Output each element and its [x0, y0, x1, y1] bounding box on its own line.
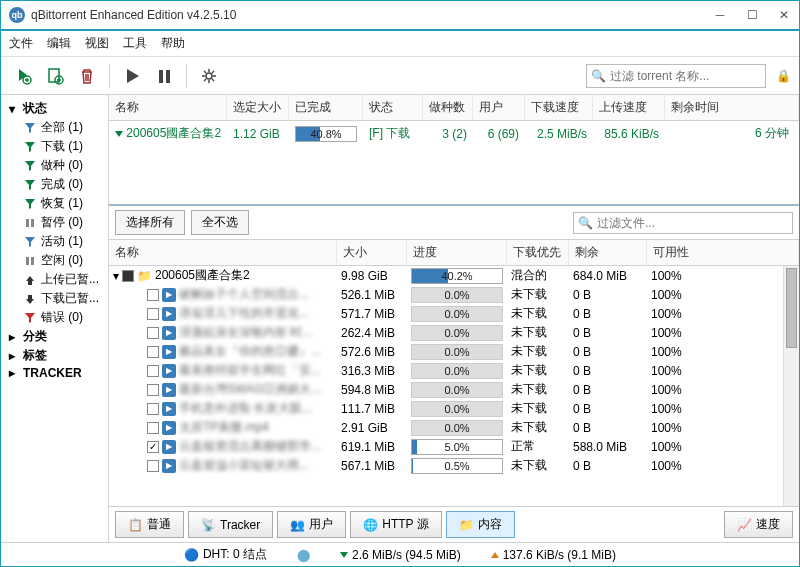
col-peers[interactable]: 用户	[473, 95, 525, 120]
tab-http[interactable]: 🌐HTTP 源	[350, 511, 441, 538]
fcol-priority[interactable]: 下载优先	[507, 240, 569, 265]
checkbox[interactable]	[147, 327, 159, 339]
tab-content[interactable]: 📁内容	[446, 511, 515, 538]
lock-icon[interactable]: 🔒	[776, 69, 791, 83]
select-none-button[interactable]: 全不选	[191, 210, 249, 235]
sidebar-filter-item[interactable]: 下载已暂...	[1, 289, 108, 308]
sidebar-category-header[interactable]: ▸分类	[1, 327, 108, 346]
fcol-size[interactable]: 大小	[337, 240, 407, 265]
pause-button[interactable]	[150, 62, 178, 90]
torrent-row[interactable]: 200605國產合集2 1.12 GiB 40.8% [F] 下载 3 (2) …	[109, 121, 799, 146]
sidebar-filter-item[interactable]: 做种 (0)	[1, 156, 108, 175]
delete-button[interactable]	[73, 62, 101, 90]
file-row[interactable]: ▶最美推特留学生网红「安...316.3 MiB0.0%未下载0 B100%	[109, 361, 799, 380]
col-seeds[interactable]: 做种数	[423, 95, 473, 120]
tab-speed[interactable]: 📈速度	[724, 511, 793, 538]
menu-help[interactable]: 帮助	[161, 35, 185, 52]
sidebar-filter-item[interactable]: 下载 (1)	[1, 137, 108, 156]
minimize-button[interactable]: ─	[713, 8, 727, 22]
file-row[interactable]: ▶破解妹子个人空间流出...526.1 MiB0.0%未下载0 B100%	[109, 285, 799, 304]
file-row[interactable]: ▶浪翁淫儿下性的市需克...571.7 MiB0.0%未下载0 B100%	[109, 304, 799, 323]
sidebar-status-header[interactable]: ▾状态	[1, 99, 108, 118]
resume-button[interactable]	[118, 62, 146, 90]
svg-rect-8	[26, 257, 29, 265]
torrent-filter-box[interactable]: 🔍	[586, 64, 766, 88]
video-file-icon: ▶	[162, 326, 176, 340]
file-row[interactable]: ▶极品美女『你的悠亞醬』...572.6 MiB0.0%未下载0 B100%	[109, 342, 799, 361]
checkbox[interactable]	[147, 441, 159, 453]
file-remaining: 0 B	[569, 401, 647, 417]
sidebar-filter-item[interactable]: 完成 (0)	[1, 175, 108, 194]
filter-label: 恢复 (1)	[41, 195, 83, 212]
checkbox[interactable]	[147, 346, 159, 358]
file-filter-box[interactable]: 🔍	[573, 212, 793, 234]
tab-tracker[interactable]: 📡Tracker	[188, 511, 273, 538]
file-row[interactable]: ▶太原TP美腰.mp42.91 GiB0.0%未下载0 B100%	[109, 418, 799, 437]
video-file-icon: ▶	[162, 364, 176, 378]
file-row[interactable]: ▶淫蕩紋身女深喉内射 时...262.4 MiB0.0%未下载0 B100%	[109, 323, 799, 342]
file-progress: 0.0%	[411, 363, 503, 379]
sidebar-filter-item[interactable]: 恢复 (1)	[1, 194, 108, 213]
sidebar-filter-item[interactable]: 暂停 (0)	[1, 213, 108, 232]
file-name: 200605國產合集2	[155, 267, 250, 284]
menu-tools[interactable]: 工具	[123, 35, 147, 52]
col-name[interactable]: 名称	[109, 95, 227, 120]
tab-peers[interactable]: 👥用户	[277, 511, 346, 538]
checkbox[interactable]	[122, 270, 134, 282]
file-filter-input[interactable]	[597, 216, 788, 230]
filter-label: 下载已暂...	[41, 290, 99, 307]
video-file-icon: ▶	[162, 402, 176, 416]
torrent-name: 200605國產合集2	[126, 125, 221, 142]
scrollbar-thumb[interactable]	[786, 268, 797, 348]
fcol-avail[interactable]: 可用性	[647, 240, 799, 265]
col-done[interactable]: 已完成	[289, 95, 363, 120]
checkbox[interactable]	[147, 384, 159, 396]
scrollbar[interactable]	[783, 266, 799, 506]
file-row[interactable]: ▶云盘坡溢小宙短裙大蹲...567.1 MiB0.5%未下载0 B100%	[109, 456, 799, 475]
maximize-button[interactable]: ☐	[745, 8, 759, 22]
sidebar-filter-item[interactable]: 活动 (1)	[1, 232, 108, 251]
fcol-remaining[interactable]: 剩余	[569, 240, 647, 265]
svg-rect-7	[31, 219, 34, 227]
select-all-button[interactable]: 选择所有	[115, 210, 185, 235]
checkbox[interactable]	[147, 422, 159, 434]
file-row[interactable]: ▶手机意外进取·长发大眼...111.7 MiB0.0%未下载0 B100%	[109, 399, 799, 418]
col-upspeed[interactable]: 上传速度	[593, 95, 665, 120]
col-eta[interactable]: 剩余时间	[665, 95, 799, 120]
statusbar: 🔵DHT: 0 结点 ⬤ 2.6 MiB/s (94.5 MiB) 137.6 …	[1, 542, 799, 566]
sidebar-filter-item[interactable]: 上传已暂...	[1, 270, 108, 289]
col-selsize[interactable]: 选定大小	[227, 95, 289, 120]
close-button[interactable]: ✕	[777, 8, 791, 22]
tab-general[interactable]: 📋普通	[115, 511, 184, 538]
sidebar-filter-item[interactable]: 全部 (1)	[1, 118, 108, 137]
checkbox[interactable]	[147, 403, 159, 415]
file-root-row[interactable]: ▾📁200605國產合集29.98 GiB40.2%混合的684.0 MiB10…	[109, 266, 799, 285]
file-name: 云盘核资流出高额键郡市...	[179, 438, 321, 455]
checkbox[interactable]	[147, 289, 159, 301]
checkbox[interactable]	[147, 460, 159, 472]
sidebar-tags-header[interactable]: ▸标签	[1, 346, 108, 365]
checkbox[interactable]	[147, 365, 159, 377]
titlebar: qb qBittorrent Enhanced Edition v4.2.5.1…	[1, 1, 799, 31]
expand-icon[interactable]: ▾	[113, 269, 119, 283]
file-row[interactable]: ▶最新台灣SWAG亞洲媚大...594.8 MiB0.0%未下载0 B100%	[109, 380, 799, 399]
add-torrent-button[interactable]	[41, 62, 69, 90]
menu-file[interactable]: 文件	[9, 35, 33, 52]
file-row[interactable]: ▶云盘核资流出高额键郡市...619.1 MiB5.0%正常588.0 MiB1…	[109, 437, 799, 456]
sidebar-tracker-header[interactable]: ▸TRACKER	[1, 365, 108, 381]
checkbox[interactable]	[147, 308, 159, 320]
file-list[interactable]: ▾📁200605國產合集29.98 GiB40.2%混合的684.0 MiB10…	[109, 266, 799, 475]
menu-view[interactable]: 视图	[85, 35, 109, 52]
sidebar-filter-item[interactable]: 错误 (0)	[1, 308, 108, 327]
fcol-progress[interactable]: 进度	[407, 240, 507, 265]
fcol-name[interactable]: 名称	[109, 240, 337, 265]
filter-icon	[23, 311, 37, 325]
col-dlspeed[interactable]: 下载速度	[525, 95, 593, 120]
menu-edit[interactable]: 编辑	[47, 35, 71, 52]
sidebar-filter-item[interactable]: 空闲 (0)	[1, 251, 108, 270]
torrent-filter-input[interactable]	[610, 69, 761, 83]
add-link-button[interactable]	[9, 62, 37, 90]
video-file-icon: ▶	[162, 440, 176, 454]
settings-button[interactable]	[195, 62, 223, 90]
col-status[interactable]: 状态	[363, 95, 423, 120]
